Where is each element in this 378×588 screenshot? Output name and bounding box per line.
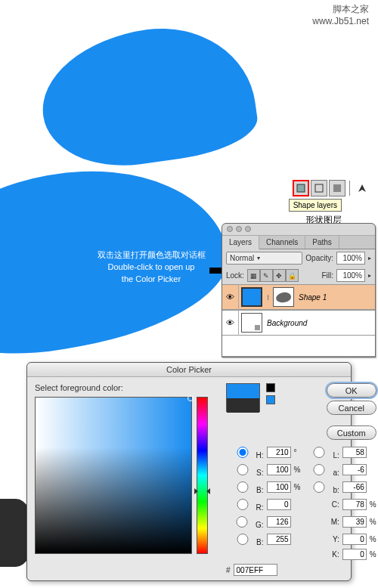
svg-rect-1 [315,184,323,192]
lock-pixels-button[interactable]: ✎ [260,269,273,282]
watermark: 脚本之家 www.Jb51.net [312,4,369,27]
watermark-line1: 脚本之家 [312,4,369,16]
shape-mode-toolbar [293,180,370,197]
visibility-toggle[interactable]: 👁 [222,284,239,310]
link-icon: ⁞ [265,293,271,302]
input-m[interactable] [342,516,367,528]
svg-rect-2 [333,184,341,192]
ok-button[interactable]: OK [327,383,376,398]
radio-h[interactable] [231,447,255,458]
layer-thumbnail[interactable] [241,313,262,333]
lock-all-button[interactable]: 🔒 [286,269,299,282]
dialog-title[interactable]: Color Picker [27,363,351,377]
panel-titlebar[interactable] [222,224,375,236]
input-l[interactable] [342,447,367,458]
color-swatch[interactable] [226,383,260,412]
shape-layers-tooltip: Shape layers [289,199,342,212]
input-s[interactable] [267,464,291,475]
fill-flyout-icon[interactable]: ▸ [368,272,371,279]
custom-button[interactable]: Custom [327,426,376,440]
layer-shape1[interactable]: 👁 ⁞ Shape 1 [222,284,375,310]
input-y[interactable] [342,534,367,545]
select-color-label: Select foreground color: [35,383,220,392]
radio-bb[interactable] [231,534,255,545]
input-bb[interactable] [267,534,291,545]
layer-name[interactable]: Shape 1 [299,293,327,302]
input-r[interactable] [267,499,291,510]
tab-channels[interactable]: Channels [259,236,305,249]
websafe-swatch[interactable] [266,395,275,404]
hue-marker[interactable] [194,488,210,493]
radio-l[interactable] [307,447,331,458]
fill-input[interactable]: 100% [336,269,365,282]
opacity-input[interactable]: 100% [336,252,365,265]
hue-slider[interactable] [197,397,208,554]
new-color [227,384,259,398]
layer-name[interactable]: Background [267,319,307,327]
input-c[interactable] [342,499,367,510]
pen-tool-icon[interactable] [354,180,370,197]
shape-blob-1 [33,16,262,176]
watermark-line2: www.Jb51.net [312,16,369,28]
input-g[interactable] [267,516,291,528]
tab-layers[interactable]: Layers [222,236,259,249]
input-hex[interactable] [234,564,277,576]
radio-a[interactable] [307,464,331,475]
tab-paths[interactable]: Paths [305,236,339,249]
lock-position-button[interactable]: ✥ [273,269,286,282]
fill-label: Fill: [321,271,333,280]
radio-bv[interactable] [231,481,255,493]
layer-fill-thumbnail[interactable] [241,287,262,307]
color-spectrum[interactable]: 选择饱和度最强的颜色 Pick a color in the top right… [35,397,192,554]
current-color [227,398,259,413]
panel-tabs: Layers Channels Paths [222,236,375,249]
color-value-grid: H:° L: S:% a: B:% b: R: C:% G: M:% B: Y:… [226,444,376,560]
layers-panel: Layers Channels Paths Normal▾ Opacity: 1… [222,223,376,357]
radio-s[interactable] [231,464,255,475]
gamut-warning-icon[interactable] [266,383,275,392]
input-b[interactable] [342,481,367,493]
input-a[interactable] [342,464,367,475]
radio-g[interactable] [230,516,254,528]
cancel-button[interactable]: Cancel [327,401,376,415]
color-picker-dialog: Color Picker Select foreground color: 选择… [26,362,352,581]
lock-label: Lock: [226,271,244,280]
hex-label: # [226,566,231,574]
svg-rect-0 [297,184,305,192]
paths-mode-button[interactable] [311,180,327,197]
layer-mask-thumbnail[interactable] [273,287,294,307]
radio-b[interactable] [307,481,331,493]
input-k[interactable] [342,549,367,560]
opacity-flyout-icon[interactable]: ▸ [368,255,371,262]
input-h[interactable] [267,447,291,458]
visibility-toggle[interactable]: 👁 [222,310,239,336]
layer-background[interactable]: 👁 Background [222,310,375,336]
input-bv[interactable] [267,481,291,493]
blend-mode-select[interactable]: Normal▾ [226,252,302,265]
shape-layers-mode-button[interactable] [293,180,309,197]
radio-r[interactable] [231,499,255,510]
fill-pixels-mode-button[interactable] [329,180,345,197]
lock-transparent-button[interactable]: ▦ [247,269,260,282]
opacity-label: Opacity: [305,254,333,262]
spectrum-marker[interactable] [187,395,194,401]
web-colors-checkbox-label[interactable]: Only Web Colors [27,582,351,588]
